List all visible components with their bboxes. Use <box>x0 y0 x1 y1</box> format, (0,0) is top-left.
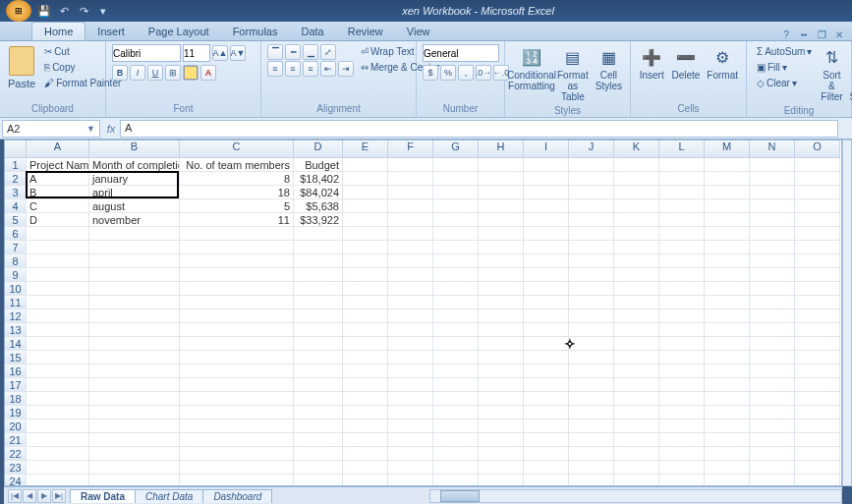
cell-C18[interactable] <box>180 392 294 406</box>
cell-O13[interactable] <box>795 323 840 337</box>
cell-C5[interactable]: 11 <box>180 213 294 227</box>
cell-E4[interactable] <box>343 199 388 213</box>
cell-M1[interactable] <box>705 158 750 172</box>
cell-L3[interactable] <box>659 186 705 199</box>
cell-D17[interactable] <box>294 378 343 392</box>
cell-E16[interactable] <box>343 364 388 378</box>
cell-N1[interactable] <box>750 158 795 172</box>
cell-G23[interactable] <box>433 461 479 475</box>
cell-A23[interactable] <box>27 461 89 475</box>
cell-A22[interactable] <box>27 447 89 461</box>
cell-H24[interactable] <box>479 475 524 486</box>
cell-K17[interactable] <box>614 378 659 392</box>
orientation[interactable]: ⤢ <box>320 44 336 60</box>
cell-N2[interactable] <box>750 172 795 186</box>
cell-B19[interactable] <box>89 406 180 420</box>
cell-A4[interactable]: C <box>27 199 89 213</box>
cell-D10[interactable] <box>294 282 343 296</box>
cell-E19[interactable] <box>343 406 388 420</box>
cell-E17[interactable] <box>343 378 388 392</box>
cell-J2[interactable] <box>569 172 614 186</box>
align-top[interactable]: ▔ <box>267 44 283 60</box>
cell-K15[interactable] <box>614 351 659 364</box>
sheet-nav-next[interactable]: ▶ <box>37 489 51 503</box>
row-header-20[interactable]: 20 <box>5 420 27 433</box>
cell-F12[interactable] <box>388 309 433 323</box>
tab-formulas[interactable]: Formulas <box>221 23 290 40</box>
cell-G19[interactable] <box>433 406 479 420</box>
cell-E3[interactable] <box>343 186 388 199</box>
cell-H16[interactable] <box>479 364 524 378</box>
col-header-K[interactable]: K <box>614 140 659 158</box>
cell-B4[interactable]: august <box>89 199 180 213</box>
cell-F16[interactable] <box>388 364 433 378</box>
cell-I11[interactable] <box>524 296 569 309</box>
cell-D2[interactable]: $18,402 <box>294 172 343 186</box>
cell-J14[interactable] <box>569 337 614 351</box>
cell-K6[interactable] <box>614 227 659 241</box>
row-header-9[interactable]: 9 <box>5 268 27 282</box>
cell-L14[interactable] <box>659 337 705 351</box>
cell-E15[interactable] <box>343 351 388 364</box>
cell-G4[interactable] <box>433 199 479 213</box>
tab-view[interactable]: View <box>395 23 442 40</box>
cell-J16[interactable] <box>569 364 614 378</box>
cell-G10[interactable] <box>433 282 479 296</box>
cell-F8[interactable] <box>388 254 433 268</box>
cell-F24[interactable] <box>388 475 433 486</box>
cell-E2[interactable] <box>343 172 388 186</box>
cell-M14[interactable] <box>705 337 750 351</box>
cell-I10[interactable] <box>524 282 569 296</box>
cell-B6[interactable] <box>89 227 180 241</box>
cell-M23[interactable] <box>705 461 750 475</box>
cell-M24[interactable] <box>705 475 750 486</box>
cell-F11[interactable] <box>388 296 433 309</box>
cell-H14[interactable] <box>479 337 524 351</box>
cell-E9[interactable] <box>343 268 388 282</box>
cell-B14[interactable] <box>89 337 180 351</box>
cell-N4[interactable] <box>750 199 795 213</box>
cell-M15[interactable] <box>705 351 750 364</box>
cell-O11[interactable] <box>795 296 840 309</box>
cell-M18[interactable] <box>705 392 750 406</box>
cell-F4[interactable] <box>388 199 433 213</box>
cell-E8[interactable] <box>343 254 388 268</box>
align-center[interactable]: ≡ <box>285 61 301 77</box>
cell-E5[interactable] <box>343 213 388 227</box>
cell-O2[interactable] <box>795 172 840 186</box>
cell-I21[interactable] <box>524 433 569 447</box>
row-header-13[interactable]: 13 <box>5 323 27 337</box>
vertical-scrollbar[interactable] <box>842 140 852 486</box>
cell-D14[interactable] <box>294 337 343 351</box>
cell-B7[interactable] <box>89 241 180 254</box>
cell-C14[interactable] <box>180 337 294 351</box>
cell-K9[interactable] <box>614 268 659 282</box>
cell-L20[interactable] <box>659 420 705 433</box>
cell-J18[interactable] <box>569 392 614 406</box>
col-header-B[interactable]: B <box>89 140 180 158</box>
cell-M16[interactable] <box>705 364 750 378</box>
cell-E18[interactable] <box>343 392 388 406</box>
cell-I22[interactable] <box>524 447 569 461</box>
cell-G3[interactable] <box>433 186 479 199</box>
cell-M9[interactable] <box>705 268 750 282</box>
cell-K2[interactable] <box>614 172 659 186</box>
cell-E21[interactable] <box>343 433 388 447</box>
cell-N16[interactable] <box>750 364 795 378</box>
cell-G18[interactable] <box>433 392 479 406</box>
cell-L5[interactable] <box>659 213 705 227</box>
cell-J23[interactable] <box>569 461 614 475</box>
cell-D22[interactable] <box>294 447 343 461</box>
cell-E24[interactable] <box>343 475 388 486</box>
cell-C2[interactable]: 8 <box>180 172 294 186</box>
cell-E6[interactable] <box>343 227 388 241</box>
cell-H15[interactable] <box>479 351 524 364</box>
font-color-button[interactable]: A <box>200 65 216 81</box>
cell-O14[interactable] <box>795 337 840 351</box>
cell-O23[interactable] <box>795 461 840 475</box>
cell-N19[interactable] <box>750 406 795 420</box>
cell-B15[interactable] <box>89 351 180 364</box>
cell-M21[interactable] <box>705 433 750 447</box>
row-header-24[interactable]: 24 <box>5 475 27 486</box>
cell-I16[interactable] <box>524 364 569 378</box>
